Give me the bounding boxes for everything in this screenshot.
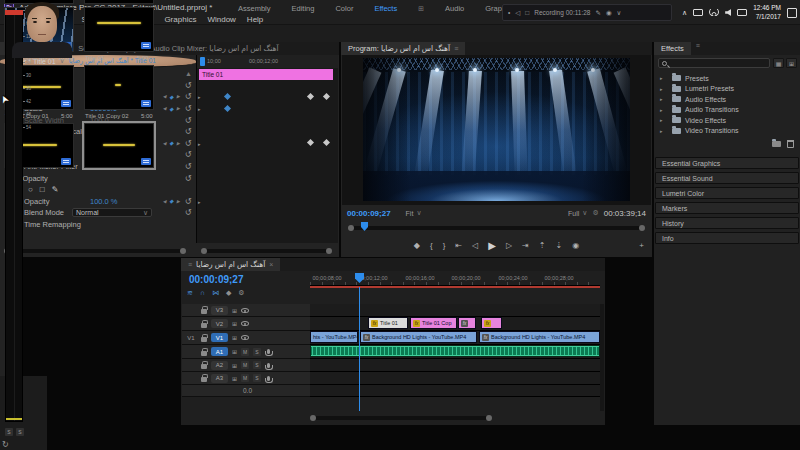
clip-video[interactable]: fxBackground HD Lights - YouTube.MP4 — [360, 331, 477, 343]
camera-tray-icon[interactable] — [693, 9, 703, 16]
reset-icon[interactable]: ↺ — [180, 174, 196, 183]
project-item-title01-copy02[interactable] — [84, 65, 154, 110]
menu-window[interactable]: Window — [207, 15, 235, 24]
menu-graphics[interactable]: Graphics — [164, 15, 196, 24]
project-item-thumb-selected[interactable] — [84, 123, 154, 168]
mute-button[interactable]: M — [241, 361, 249, 369]
track-settings-icon[interactable]: ⊞ — [232, 348, 237, 355]
source-patch-v1[interactable]: V1 — [185, 335, 197, 341]
lock-icon[interactable] — [201, 377, 207, 382]
solo-button[interactable]: S — [253, 361, 261, 369]
tab-effects[interactable]: Effects — [654, 42, 691, 55]
step-forward-icon[interactable]: ▷ — [506, 241, 512, 250]
ec-row-blend-mode[interactable]: Blend Mode Normal ∨ ↺ — [0, 207, 196, 219]
opacity-value[interactable]: 100.0 % — [90, 197, 118, 206]
track-a2-content[interactable] — [310, 359, 600, 372]
prev-keyframe-icon[interactable]: ◀ — [163, 94, 166, 99]
track-v1-content[interactable]: hts - YouTube.MP4 fxBackground HD Lights… — [310, 331, 600, 345]
add-keyframe-icon[interactable]: ◆ — [169, 106, 173, 112]
lane-arrow-icon[interactable]: ▸ — [198, 199, 201, 205]
track-button-v2[interactable]: V2 — [211, 319, 228, 328]
clip-indicator-red[interactable] — [5, 10, 23, 15]
clip-video[interactable]: fxBackground HD Lights - YouTube.MP4 — [479, 331, 600, 343]
volume-icon[interactable] — [725, 9, 731, 16]
track-settings-icon[interactable]: ⊞ — [232, 320, 237, 327]
keyframe-nav[interactable]: ◀◆▶ — [163, 140, 180, 146]
eye-icon[interactable] — [241, 321, 249, 326]
track-a1-content[interactable] — [310, 345, 600, 359]
panel-markers[interactable]: Markers — [655, 202, 799, 214]
lock-icon[interactable] — [201, 364, 207, 369]
delete-icon[interactable] — [787, 140, 794, 148]
project-item-name[interactable]: Title 01 — [85, 55, 104, 61]
lane-arrow-icon[interactable]: ▸ — [198, 106, 201, 112]
timeline-settings-icon[interactable]: ⚙ — [238, 289, 244, 297]
lock-icon[interactable] — [201, 337, 207, 342]
solo-right-button[interactable]: S — [16, 428, 24, 436]
timeline-ruler[interactable]: 00;00;08;00 00;00;12;00 00;00;16;00 00;0… — [310, 273, 600, 286]
add-keyframe-icon[interactable]: ◆ — [169, 94, 173, 100]
project-item-title01[interactable] — [84, 42, 154, 52]
tree-item-presets[interactable]: ▸Presets — [654, 73, 800, 84]
track-settings-icon[interactable]: ⊞ — [232, 362, 237, 369]
clip-title01-copy[interactable]: fxTitle 01 Cop — [410, 317, 457, 329]
track-v2-content[interactable]: fxTitle 01 fxTitle 01 Cop fx fx — [310, 317, 600, 331]
solo-left-button[interactable]: S — [5, 428, 13, 436]
timeline-timecode[interactable]: 00:00:09;27 — [189, 274, 243, 285]
rec-dot-icon[interactable]: • — [508, 9, 510, 16]
recording-toolbar[interactable]: • ◁ □ Recording 00:11:28 ✎ ◉ ∨ — [502, 4, 672, 21]
keyframe-diamond[interactable] — [224, 93, 231, 100]
panel-history[interactable]: History — [655, 217, 799, 229]
timeline-v-scrollbar[interactable] — [600, 304, 604, 411]
clip-audio[interactable] — [310, 345, 600, 357]
action-center-icon[interactable] — [787, 8, 797, 18]
twirl-icon[interactable]: ▸ — [660, 107, 668, 113]
tree-item-audio-transitions[interactable]: ▸Audio Transitions — [654, 105, 800, 116]
collapse-icon[interactable]: ▲ — [185, 70, 192, 77]
go-to-out-icon[interactable]: ⇥ — [522, 241, 529, 250]
mic-icon[interactable] — [267, 349, 270, 354]
workspace-assembly[interactable]: Assembly — [238, 4, 271, 13]
lift-icon[interactable]: ⇡ — [539, 241, 546, 250]
export-frame-icon[interactable]: ◉ — [572, 241, 579, 250]
reset-icon[interactable]: ↺ — [180, 127, 196, 136]
keyframe-nav[interactable]: ◀◆▶ — [163, 106, 180, 112]
prev-keyframe-icon[interactable]: ◀ — [163, 199, 166, 204]
ec-lane-scrollbar[interactable] — [202, 249, 331, 253]
keyframe-diamond[interactable] — [323, 93, 330, 100]
mark-out-icon[interactable]: } — [443, 241, 446, 250]
prev-keyframe-icon[interactable]: ◀ — [163, 106, 166, 111]
mute-button[interactable]: M — [241, 374, 249, 382]
tab-audio-clip-mixer[interactable]: Audio Clip Mixer: آهنگ اس ام اس رضایا — [144, 42, 286, 55]
workspace-audio[interactable]: Audio — [445, 4, 464, 13]
reset-icon[interactable]: ↺ — [180, 208, 196, 217]
go-to-in-icon[interactable]: ⇤ — [455, 241, 462, 250]
snap-magnet-icon[interactable]: ∩ — [200, 289, 205, 297]
tree-item-audio-effects[interactable]: ▸Audio Effects — [654, 94, 800, 105]
ec-clip-bar[interactable]: Title 01 — [199, 69, 333, 80]
zoom-level-dropdown[interactable]: Fit∨ — [406, 209, 422, 217]
twirl-icon[interactable]: ▸ — [660, 128, 668, 134]
prev-keyframe-icon[interactable]: ◀ — [163, 141, 166, 146]
panel-lumetri-color[interactable]: Lumetri Color — [655, 187, 799, 199]
workspace-effects-active[interactable]: Effects — [374, 4, 397, 13]
workspace-menu-icon[interactable]: ⊞ — [418, 5, 424, 13]
32bit-effects-filter-icon[interactable]: ⊞ — [786, 58, 797, 68]
add-keyframe-icon[interactable]: ◆ — [169, 140, 173, 146]
lock-icon[interactable] — [201, 351, 207, 356]
project-item-name[interactable]: Title 01 Copy 02 — [85, 113, 128, 119]
clip-title01-selected[interactable]: fxTitle 01 — [368, 317, 408, 329]
playback-res-dropdown[interactable]: Full∨ — [568, 209, 587, 217]
tree-item-video-effects[interactable]: ▸Video Effects — [654, 115, 800, 126]
lock-icon[interactable] — [201, 309, 207, 314]
reset-icon[interactable]: ↺ — [180, 162, 196, 171]
add-keyframe-icon[interactable]: ◆ — [169, 198, 173, 204]
track-button-v1[interactable]: V1 — [211, 333, 228, 342]
rec-draw-icon[interactable]: ✎ — [595, 9, 600, 17]
keyframe-diamond[interactable] — [224, 105, 231, 112]
panel-menu-icon[interactable]: ≡ — [696, 42, 700, 55]
close-icon[interactable]: × — [269, 261, 273, 268]
track-button-v3[interactable]: V3 — [211, 306, 228, 315]
mute-button[interactable]: M — [241, 348, 249, 356]
track-button-a3[interactable]: A3 — [211, 374, 228, 383]
